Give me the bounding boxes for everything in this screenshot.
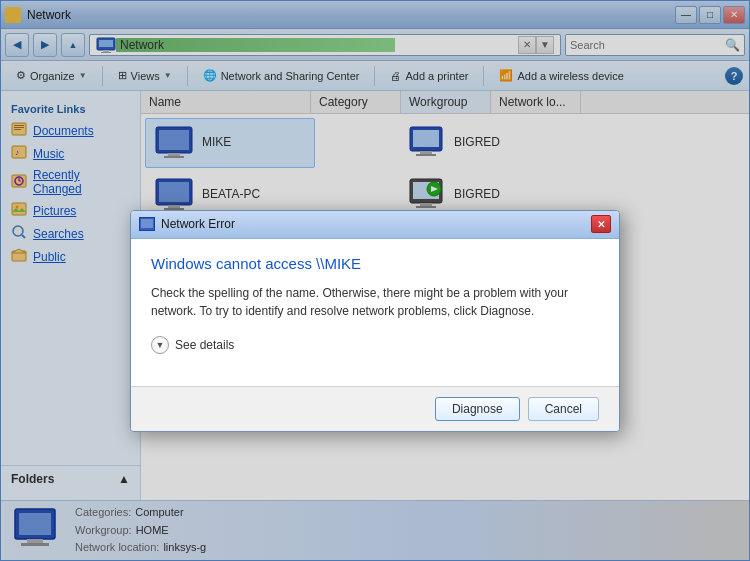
details-label: See details <box>175 338 234 352</box>
dialog-message: Check the spelling of the name. Otherwis… <box>151 284 599 320</box>
dialog-footer: Diagnose Cancel <box>131 386 619 431</box>
dialog-close-button[interactable]: ✕ <box>591 215 611 233</box>
network-error-dialog: Network Error ✕ Windows cannot access \\… <box>130 210 620 432</box>
dialog-title-bar: Network Error ✕ <box>131 211 619 239</box>
dialog-title-text: Network Error <box>161 217 591 231</box>
dialog-title-icon <box>139 217 155 231</box>
details-arrow-icon: ▼ <box>151 336 169 354</box>
dialog-overlay: Network Error ✕ Windows cannot access \\… <box>1 1 749 560</box>
dialog-error-heading: Windows cannot access \\MIKE <box>151 255 599 272</box>
dialog-details[interactable]: ▼ See details <box>151 336 599 354</box>
diagnose-button[interactable]: Diagnose <box>435 397 520 421</box>
dialog-body: Windows cannot access \\MIKE Check the s… <box>131 239 619 386</box>
cancel-button[interactable]: Cancel <box>528 397 599 421</box>
